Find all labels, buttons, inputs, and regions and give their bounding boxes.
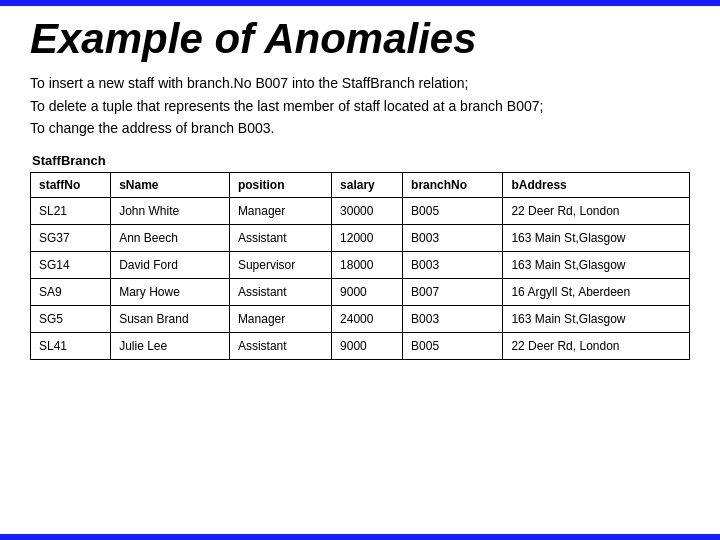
cell-r2-c3: 18000 — [332, 252, 403, 279]
cell-r5-c0: SL41 — [31, 333, 111, 360]
cell-r2-c0: SG14 — [31, 252, 111, 279]
cell-r0-c0: SL21 — [31, 198, 111, 225]
page-title: Example of Anomalies — [30, 16, 690, 62]
cell-r2-c2: Supervisor — [229, 252, 331, 279]
col-header-position: position — [229, 173, 331, 198]
cell-r5-c4: B005 — [403, 333, 503, 360]
cell-r3-c3: 9000 — [332, 279, 403, 306]
bottom-border — [0, 534, 720, 540]
table-row: SG37Ann BeechAssistant12000B003163 Main … — [31, 225, 690, 252]
cell-r1-c3: 12000 — [332, 225, 403, 252]
cell-r4-c1: Susan Brand — [111, 306, 230, 333]
staff-branch-table: staffNo sName position salary branchNo b… — [30, 172, 690, 360]
cell-r2-c5: 163 Main St,Glasgow — [503, 252, 690, 279]
cell-r1-c0: SG37 — [31, 225, 111, 252]
desc-line1: To insert a new staff with branch.No B00… — [30, 75, 468, 91]
cell-r5-c5: 22 Deer Rd, London — [503, 333, 690, 360]
table-row: SL21John WhiteManager30000B00522 Deer Rd… — [31, 198, 690, 225]
cell-r4-c5: 163 Main St,Glasgow — [503, 306, 690, 333]
cell-r5-c2: Assistant — [229, 333, 331, 360]
table-row: SG5Susan BrandManager24000B003163 Main S… — [31, 306, 690, 333]
cell-r4-c2: Manager — [229, 306, 331, 333]
col-header-sname: sName — [111, 173, 230, 198]
cell-r1-c5: 163 Main St,Glasgow — [503, 225, 690, 252]
col-header-baddress: bAddress — [503, 173, 690, 198]
table-body: SL21John WhiteManager30000B00522 Deer Rd… — [31, 198, 690, 360]
main-content: Example of Anomalies To insert a new sta… — [0, 6, 720, 380]
desc-line2: To delete a tuple that represents the la… — [30, 98, 543, 114]
cell-r3-c2: Assistant — [229, 279, 331, 306]
col-header-branchno: branchNo — [403, 173, 503, 198]
cell-r0-c3: 30000 — [332, 198, 403, 225]
col-header-staffno: staffNo — [31, 173, 111, 198]
description-text: To insert a new staff with branch.No B00… — [30, 72, 690, 139]
table-row: SL41Julie LeeAssistant9000B00522 Deer Rd… — [31, 333, 690, 360]
cell-r3-c0: SA9 — [31, 279, 111, 306]
table-row: SA9Mary HoweAssistant9000B00716 Argyll S… — [31, 279, 690, 306]
cell-r2-c4: B003 — [403, 252, 503, 279]
cell-r0-c2: Manager — [229, 198, 331, 225]
cell-r4-c4: B003 — [403, 306, 503, 333]
cell-r1-c2: Assistant — [229, 225, 331, 252]
cell-r0-c4: B005 — [403, 198, 503, 225]
cell-r4-c0: SG5 — [31, 306, 111, 333]
table-row: SG14David FordSupervisor18000B003163 Mai… — [31, 252, 690, 279]
cell-r0-c1: John White — [111, 198, 230, 225]
cell-r4-c3: 24000 — [332, 306, 403, 333]
cell-r1-c4: B003 — [403, 225, 503, 252]
cell-r2-c1: David Ford — [111, 252, 230, 279]
cell-r5-c1: Julie Lee — [111, 333, 230, 360]
col-header-salary: salary — [332, 173, 403, 198]
table-label: StaffBranch — [32, 153, 690, 168]
cell-r1-c1: Ann Beech — [111, 225, 230, 252]
cell-r3-c5: 16 Argyll St, Aberdeen — [503, 279, 690, 306]
cell-r3-c1: Mary Howe — [111, 279, 230, 306]
desc-line3: To change the address of branch B003. — [30, 120, 274, 136]
table-header-row: staffNo sName position salary branchNo b… — [31, 173, 690, 198]
cell-r3-c4: B007 — [403, 279, 503, 306]
cell-r0-c5: 22 Deer Rd, London — [503, 198, 690, 225]
cell-r5-c3: 9000 — [332, 333, 403, 360]
